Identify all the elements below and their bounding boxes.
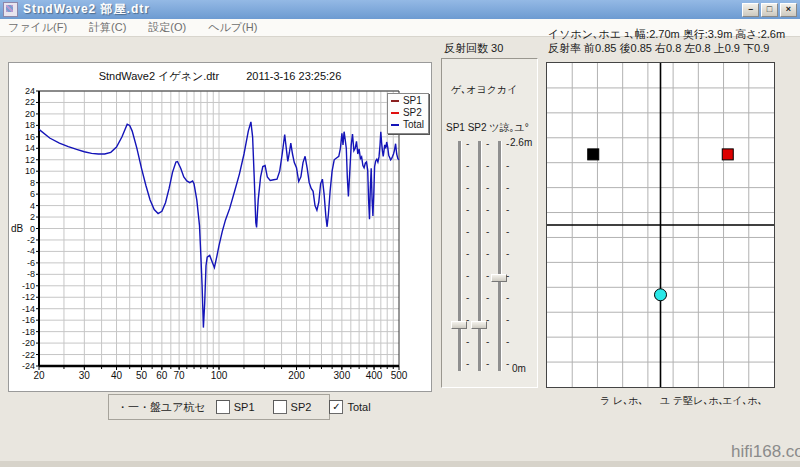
- window-bottom-edge: [0, 461, 800, 467]
- title-bar: StndWave2 部屋.dtr －□×: [0, 0, 800, 19]
- listener-height-slider[interactable]: -----------: [490, 141, 508, 371]
- reflection-value: 30: [491, 42, 503, 54]
- svg-text:-8: -8: [27, 269, 35, 279]
- reflection-count: 反射回数 30: [444, 41, 503, 56]
- menu-item-3[interactable]: 設定(O): [148, 20, 186, 35]
- svg-text:40: 40: [111, 370, 123, 381]
- height-panel: ゲ､オヨクカイ SP1 SP2 ツ諒｡ユ° 2.6m 0m ----------…: [441, 58, 538, 388]
- checkbox-sp2[interactable]: SP2: [273, 400, 312, 414]
- svg-text:30: 30: [79, 370, 91, 381]
- room-grid: [547, 63, 774, 387]
- slider-ticks: -----------: [506, 138, 512, 374]
- height-panel-title: ゲ､オヨクカイ: [451, 83, 517, 97]
- legend-dash-total: [391, 124, 399, 126]
- slider-track: [458, 141, 462, 371]
- legend-label: Total: [403, 119, 424, 131]
- svg-text:400: 400: [366, 370, 383, 381]
- maximize-button[interactable]: □: [761, 3, 778, 17]
- svg-text:10: 10: [25, 166, 35, 176]
- svg-text:0: 0: [30, 224, 35, 234]
- window-title: StndWave2 部屋.dtr: [23, 1, 740, 18]
- display-options-group: ・一・盤ユア杭セ SP1SP2✓Total: [108, 394, 330, 420]
- svg-text:50: 50: [136, 370, 148, 381]
- room-layout-diagram: [546, 62, 775, 388]
- display-options-label: ・一・盤ユア杭セ: [117, 400, 206, 415]
- svg-text:dB: dB: [11, 223, 24, 234]
- sp2-height-slider[interactable]: -----------: [470, 141, 488, 371]
- chart-legend: SP1SP2Total: [387, 93, 429, 134]
- window-controls: －□×: [740, 3, 797, 17]
- legend-label: SP2: [403, 107, 422, 119]
- svg-text:-22: -22: [22, 350, 35, 360]
- menu-item-1[interactable]: ファイル(F): [8, 20, 67, 35]
- svg-text:4: 4: [30, 201, 35, 211]
- frequency-response-chart: -24-22-20-18-16-14-12-10-8-6-4-202468101…: [9, 63, 431, 391]
- table-header-2: ユ テ堅レ､ホ､: [660, 394, 724, 408]
- room-reflectance-text: 反射率 前0.85 後0.85 右0.8 左0.8 上0.9 下0.9: [548, 41, 769, 56]
- close-button[interactable]: ×: [780, 3, 797, 17]
- svg-text:-6: -6: [27, 258, 35, 268]
- slider-thumb[interactable]: [451, 321, 467, 329]
- svg-text:12: 12: [25, 155, 35, 165]
- legend-item-total: Total: [391, 119, 424, 131]
- svg-text:70: 70: [174, 370, 186, 381]
- app-icon: [3, 2, 18, 17]
- height-sliders: 2.6m 0m --------------------------------…: [442, 141, 539, 371]
- minimize-button[interactable]: －: [742, 3, 759, 17]
- checkbox-label: SP1: [234, 401, 255, 413]
- legend-dash-sp2: [391, 112, 399, 114]
- svg-text:22: 22: [25, 97, 35, 107]
- svg-text:-10: -10: [22, 281, 35, 291]
- checkbox-label: Total: [347, 401, 370, 413]
- svg-text:200: 200: [288, 370, 305, 381]
- watermark: hifi168.com: [731, 442, 800, 462]
- svg-text:6: 6: [30, 189, 35, 199]
- svg-text:300: 300: [334, 370, 351, 381]
- frequency-response-panel: StndWave2 イゲネン.dtr 2011-3-16 23:25:26 -2…: [8, 62, 432, 392]
- table-header-3: エイ､ホ､: [722, 394, 763, 408]
- checkbox-box-sp2[interactable]: [273, 400, 287, 414]
- svg-text:-16: -16: [22, 315, 35, 325]
- checkbox-label: SP2: [291, 401, 312, 413]
- legend-label: SP1: [403, 95, 422, 107]
- svg-text:-2: -2: [27, 235, 35, 245]
- legend-item-sp1: SP1: [391, 95, 424, 107]
- slider-track: [498, 141, 502, 371]
- svg-text:-18: -18: [22, 327, 35, 337]
- svg-text:20: 20: [33, 370, 45, 381]
- slider-track: [478, 141, 482, 371]
- slider-thumb[interactable]: [491, 274, 507, 282]
- svg-text:-12: -12: [22, 292, 35, 302]
- checkbox-box-total[interactable]: ✓: [329, 400, 343, 414]
- svg-text:24: 24: [25, 86, 35, 96]
- sp2-marker[interactable]: [722, 149, 733, 160]
- legend-dash-sp1: [391, 100, 399, 102]
- menu-item-4[interactable]: ヘルプ(H): [208, 20, 257, 35]
- svg-text:18: 18: [25, 120, 35, 130]
- slider-min-label: 0m: [512, 363, 526, 374]
- table-header-1: ラ レ､ホ､: [600, 394, 643, 408]
- height-panel-subtitle: SP1 SP2 ツ諒｡ユ°: [446, 121, 529, 135]
- svg-text:-14: -14: [22, 304, 35, 314]
- svg-text:60: 60: [156, 370, 168, 381]
- checkbox-sp1[interactable]: SP1: [216, 400, 255, 414]
- svg-text:14: 14: [25, 143, 35, 153]
- svg-text:500: 500: [391, 370, 408, 381]
- checkbox-box-sp1[interactable]: [216, 400, 230, 414]
- svg-text:100: 100: [211, 370, 228, 381]
- svg-text:-4: -4: [27, 246, 35, 256]
- slider-max-label: 2.6m: [510, 137, 532, 148]
- slider-thumb[interactable]: [471, 321, 487, 329]
- listener-marker[interactable]: [655, 289, 667, 301]
- legend-item-sp2: SP2: [391, 107, 424, 119]
- svg-text:20: 20: [25, 109, 35, 119]
- sp1-height-slider[interactable]: -----------: [450, 141, 468, 371]
- svg-text:2: 2: [30, 212, 35, 222]
- menu-item-2[interactable]: 計算(C): [89, 20, 126, 35]
- reflection-label: 反射回数: [444, 42, 488, 54]
- app-window: { "window": { "title": "StndWave2 部屋.dtr…: [0, 0, 800, 467]
- checkbox-total[interactable]: ✓Total: [329, 400, 370, 414]
- svg-text:8: 8: [30, 178, 35, 188]
- sp1-marker[interactable]: [588, 149, 599, 160]
- svg-text:-20: -20: [22, 338, 35, 348]
